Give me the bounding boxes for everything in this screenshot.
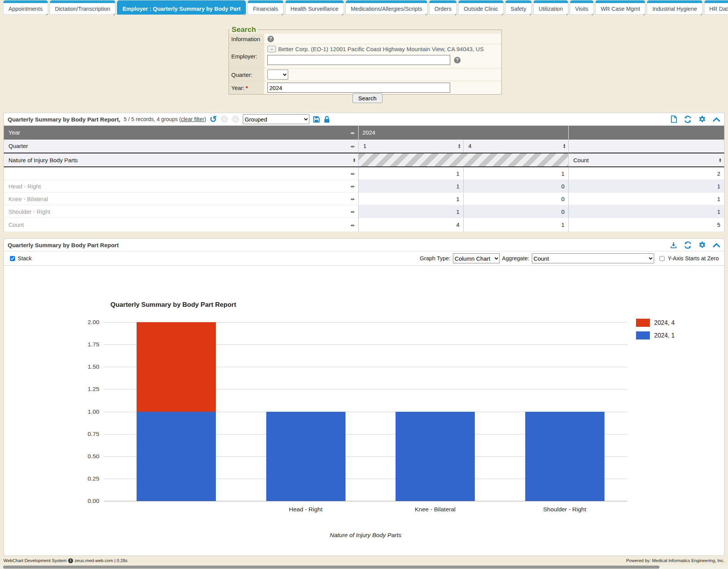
footer-q1: 4 [358,218,463,232]
aggregate-select[interactable]: Count [532,253,654,263]
save-icon[interactable] [313,116,320,123]
year-label: Year:* [229,81,264,94]
next-icon: › [232,115,239,123]
stack-checkbox[interactable] [10,256,15,261]
y-tick-label: 1.75 [72,341,99,348]
help-icon[interactable]: ? [267,36,274,42]
chart-controls: Stack Graph Type: Column Chart Aggregate… [4,251,724,266]
sort-icon[interactable]: ▴▾ [563,143,565,148]
footer-host: zeus.med-web.com | 0.28s [75,558,127,563]
tab-industrial-hygiene[interactable]: Industrial Hygiene [647,0,702,15]
tab-wr-case-mgmt[interactable]: WR Case Mgmt [595,0,645,15]
cell-count: 2 [568,167,724,180]
cell-q1: 1 [358,205,463,218]
search-button[interactable]: Search [352,93,382,103]
tab-label: HR Data Feed [710,6,728,12]
x-tick-label: Shoulder - Right [519,506,611,513]
bar-segment [525,412,604,501]
tab-dictation-transcription[interactable]: Dictation/Transcription [50,0,116,15]
lock-icon[interactable] [324,116,330,123]
cell-q4: 1 [463,167,568,180]
tab-label: Visits [575,6,588,12]
collapse-panel-icon[interactable] [713,117,720,122]
yaxis-zero-label: Y-Axis Starts at Zero [668,255,719,261]
collapse-panel-icon[interactable] [713,243,720,248]
column-move-icon[interactable]: ◂▸ [350,144,355,148]
table-row-label-label: Knee - Bilateral [8,196,48,202]
gear-icon[interactable] [698,115,706,123]
employer-help-icon[interactable]: ? [454,57,461,63]
tab-label: Health Surveillance [291,6,339,12]
y-tick-label: 0.75 [72,431,99,438]
cell-q4: 0 [463,180,568,193]
header-count-label: Count [573,157,589,163]
header-year: Year◂▸ [4,126,358,140]
tab-hr-data-feed[interactable]: HR Data Feed [704,0,728,15]
tab-appointments[interactable]: Appointments [3,0,48,15]
undo-icon[interactable]: ↺ [210,115,217,123]
table-row-label: Knee - Bilateral◂▸ [4,193,358,205]
sort-icon[interactable]: ▴▾ [353,158,355,163]
column-move-icon[interactable]: ◂▸ [350,184,355,188]
tab-label: Dictation/Transcription [55,6,110,12]
tab-health-surveillance[interactable]: Health Surveillance [285,0,344,15]
aggregate-label: Aggregate: [502,255,529,261]
chart-panel-title: Quarterly Summary by Body Part Report [8,242,119,248]
tab-outside-clinic[interactable]: Outside Clinic [458,0,503,15]
grouping-hatch-cell [358,153,568,167]
cell-count: 1 [568,180,724,193]
tab-visits[interactable]: Visits [570,0,594,15]
table-footer-label-label: Count [8,221,24,228]
refresh-icon[interactable] [684,241,692,249]
column-move-icon[interactable]: ◂▸ [350,130,355,135]
y-tick-label: 1.50 [72,363,99,370]
bar-segment [396,412,475,501]
sort-icon[interactable]: ▴▾ [458,143,460,148]
quarter-label: Quarter: [229,68,264,81]
report-panel-title: Quarterly Summary by Body Part Report, [8,116,120,123]
header-year-value: 2024 [358,126,568,140]
column-move-icon[interactable]: ◂▸ [350,196,355,201]
x-tick-label: Head - Right [260,506,352,513]
column-move-icon[interactable]: ◂▸ [350,209,355,214]
group-mode-select[interactable]: Grouped [243,114,309,124]
stack-label: Stack [18,255,32,261]
footer-q4: 1 [463,218,568,232]
tab-financials[interactable]: Financials [247,0,283,15]
bar-segment [137,322,216,412]
employer-input[interactable] [267,55,450,65]
column-move-icon[interactable]: ◂▸ [350,223,355,227]
table-row-label: ◂▸ [4,167,358,180]
tab-label: Appointments [8,6,43,12]
gear-icon[interactable] [698,241,706,249]
header-body-parts: Nature of Injury Body Parts▴▾ [4,153,358,167]
collapse-button[interactable]: − [267,46,276,52]
sort-icon[interactable]: ▴▾ [719,158,721,163]
report-grid: Year◂▸2024Quarter◂▸1▴▾4▴▾Nature of Injur… [4,126,724,232]
legend-swatch [636,319,650,327]
tab-safety[interactable]: Safety [505,0,532,15]
y-tick-label: 0.00 [72,497,99,504]
graph-type-select[interactable]: Column Chart [453,253,500,263]
quarter-select[interactable] [267,70,288,80]
employer-value[interactable]: Better Corp. (EO-1) 12001 Pacific Coast … [278,46,484,52]
tab-utilization[interactable]: Utilization [533,0,568,15]
yaxis-zero-checkbox[interactable] [660,256,665,261]
footer-count: 5 [568,218,724,232]
tab-orders[interactable]: Orders [429,0,457,15]
legend-label: 2024, 4 [654,319,675,326]
prev-icon: ‹ [220,115,228,123]
download-icon[interactable] [670,241,677,249]
tab-medications-allergies-scripts[interactable]: Medications/Allergies/Scripts [346,0,427,15]
column-move-icon[interactable]: ◂▸ [350,171,355,176]
tab-employer-quarterly-summary-by-body-part[interactable]: Employer : Quarterly Summary by Body Par… [117,0,246,15]
report-summary: 5 / 5 records, 4 groups (clear filter) [124,116,206,122]
scrollbar-thumb[interactable] [3,566,660,569]
year-input[interactable] [267,83,450,93]
tab-label: Safety [511,6,526,12]
report-panel-header: Quarterly Summary by Body Part Report, 5… [4,113,724,126]
header-body-parts-label: Nature of Injury Body Parts [8,157,78,163]
refresh-icon[interactable] [684,115,692,123]
new-document-icon[interactable] [671,115,677,123]
clear-filter-link[interactable]: clear filter [181,116,204,122]
